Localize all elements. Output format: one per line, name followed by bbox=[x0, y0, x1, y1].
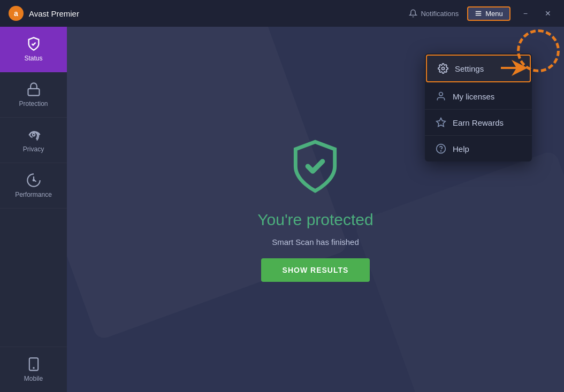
title-bar: a Avast Premier Notifications Menu − bbox=[0, 0, 564, 27]
sidebar-item-status[interactable]: Status bbox=[0, 27, 67, 72]
svg-point-6 bbox=[32, 179, 35, 182]
shield-icon-wrap bbox=[286, 137, 345, 198]
svg-text:a: a bbox=[14, 9, 18, 18]
sidebar-item-mobile[interactable]: Mobile bbox=[0, 347, 67, 392]
svg-point-9 bbox=[442, 67, 445, 70]
app-title: Avast Premier bbox=[29, 9, 409, 18]
settings-label: Settings bbox=[455, 64, 484, 73]
fingerprint-icon bbox=[26, 127, 41, 142]
menu-button[interactable]: Menu bbox=[467, 6, 510, 21]
svg-point-10 bbox=[439, 93, 443, 96]
avast-logo: a bbox=[9, 6, 24, 21]
dropdown-item-settings[interactable]: Settings bbox=[426, 55, 531, 82]
sidebar-item-privacy[interactable]: Privacy bbox=[0, 118, 67, 163]
sidebar-privacy-label: Privacy bbox=[23, 145, 44, 153]
content-area: You're protected Smart Scan has finished… bbox=[67, 27, 564, 392]
dropdown-item-earn-rewards[interactable]: Earn Rewards bbox=[425, 110, 532, 136]
gauge-icon bbox=[26, 173, 41, 188]
help-label: Help bbox=[453, 144, 469, 153]
my-licenses-label: My licenses bbox=[453, 92, 494, 101]
star-icon bbox=[436, 117, 446, 128]
menu-label: Menu bbox=[485, 10, 503, 18]
sidebar-protection-label: Protection bbox=[19, 100, 48, 107]
earn-rewards-label: Earn Rewards bbox=[453, 118, 504, 127]
notifications-button[interactable]: Notifications bbox=[409, 9, 459, 18]
shield-check-icon bbox=[26, 36, 41, 51]
sidebar-performance-label: Performance bbox=[15, 191, 52, 198]
protected-text: You're protected bbox=[257, 211, 373, 229]
title-bar-actions: Notifications Menu − ✕ bbox=[409, 6, 555, 21]
mobile-icon bbox=[26, 357, 41, 372]
dropdown-item-help[interactable]: Help bbox=[425, 136, 532, 162]
menu-icon bbox=[475, 10, 482, 17]
license-icon bbox=[436, 91, 446, 102]
sidebar-mobile-label: Mobile bbox=[24, 375, 43, 382]
app-window: a Avast Premier Notifications Menu − bbox=[0, 0, 564, 392]
main-layout: Status Protection Privacy bbox=[0, 27, 564, 392]
settings-icon bbox=[438, 63, 448, 74]
lock-icon bbox=[26, 82, 41, 97]
svg-rect-5 bbox=[28, 89, 39, 96]
scan-finished-text: Smart Scan has finished bbox=[272, 237, 359, 247]
sidebar-item-performance[interactable]: Performance bbox=[0, 163, 67, 209]
help-icon bbox=[436, 143, 446, 154]
notifications-label: Notifications bbox=[421, 10, 459, 18]
sidebar-status-label: Status bbox=[24, 55, 42, 62]
content-center: You're protected Smart Scan has finished… bbox=[257, 137, 373, 282]
dropdown-menu: Settings My licenses Earn Rewards bbox=[425, 53, 532, 162]
close-button[interactable]: ✕ bbox=[540, 7, 555, 20]
sidebar: Status Protection Privacy bbox=[0, 27, 67, 392]
minimize-button[interactable]: − bbox=[519, 7, 532, 20]
show-results-button[interactable]: SHOW RESULTS bbox=[261, 258, 370, 282]
protected-shield-icon bbox=[286, 137, 345, 196]
svg-marker-11 bbox=[437, 118, 446, 127]
dropdown-item-my-licenses[interactable]: My licenses bbox=[425, 83, 532, 110]
sidebar-item-protection[interactable]: Protection bbox=[0, 72, 67, 118]
bell-icon bbox=[409, 9, 417, 18]
